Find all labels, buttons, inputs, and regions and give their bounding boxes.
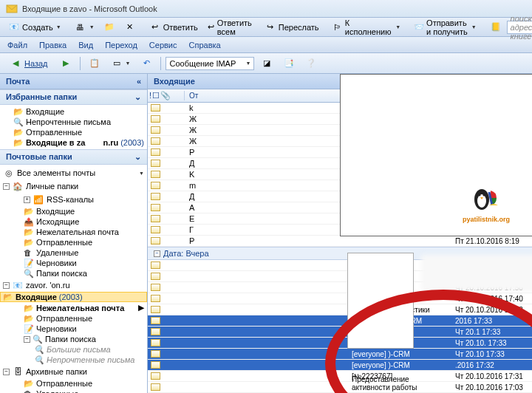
- reply-all-button[interactable]: ↩Ответить всем: [203, 16, 259, 38]
- followup-button[interactable]: 🏳К исполнению▼: [329, 16, 405, 38]
- mail-row[interactable]: [№2223767] Чт 20.10.2016 17:31: [148, 371, 532, 382]
- outlook-icon: [6, 3, 18, 15]
- fav-sent[interactable]: 📂Отправленные: [0, 127, 147, 137]
- message-type-combo[interactable]: Сообщение IMAP ▼: [166, 57, 254, 70]
- folder-tree: ◎Все элементы почты▼ −🏠Личные папки +📶RS…: [0, 165, 147, 393]
- menu-goto[interactable]: Переход: [102, 39, 140, 51]
- all-mail-items[interactable]: ◎Все элементы почты▼: [0, 166, 147, 180]
- addressbook-search[interactable]: поиск в адресной книге: [507, 21, 532, 34]
- menu-file[interactable]: Файл: [4, 39, 30, 51]
- fav-unread[interactable]: 🔍Непрочтенные письма: [0, 117, 147, 127]
- collapse-icon[interactable]: «: [137, 77, 141, 86]
- chevron-down-icon: ▼: [56, 24, 61, 30]
- window-title: Входящие в zavo - Microsoft Outlook: [22, 4, 157, 13]
- nav-toolbar: ◀ Назад ▶ 📋 ▭▼ ↶ Сообщение IMAP ▼ ◪ 📑 ❔: [0, 53, 532, 74]
- content-area: Почта « Избранные папки ⌄ 📂Входящие 🔍Неп…: [0, 74, 532, 393]
- drafts-folder[interactable]: 📝Черновики: [0, 258, 147, 268]
- menubar: Файл Правка Вид Переход Сервис Справка: [0, 37, 532, 53]
- message-list-pane: Входящие Пои !☐📎 От Тема Получено k Пт 2…: [148, 74, 532, 393]
- print-button[interactable]: 🖶▼: [71, 19, 98, 35]
- archive-folders[interactable]: −🗄Архивные папки: [0, 365, 147, 378]
- create-button[interactable]: 📧 Создать ▼: [4, 19, 65, 35]
- search-folders2[interactable]: −🔍Папки поиска: [0, 334, 147, 344]
- junk2-folder[interactable]: 📂Нежелательная почта▶: [0, 302, 147, 313]
- svg-point-4: [482, 194, 485, 196]
- inbox-selected[interactable]: 📂Входящие (2003): [0, 292, 147, 302]
- reply-all-icon: ↩: [207, 21, 215, 33]
- reply-button[interactable]: ↩Ответить: [146, 19, 202, 35]
- sent4-folder[interactable]: 📂Отправленные: [0, 378, 147, 389]
- menu-view[interactable]: Вид: [75, 39, 96, 51]
- account-node[interactable]: −📧zavor. 'on.ru: [0, 278, 147, 292]
- flag-icon: 🏳: [332, 21, 343, 33]
- mail-row[interactable]: [everyone] Об )-CRM 2016 17:33: [148, 315, 532, 327]
- mail-row[interactable]: [everyone] )-CRM Чт 20.10 17:33: [148, 349, 532, 360]
- move-icon: 📁: [103, 21, 115, 33]
- fav-inbox-account[interactable]: 📂Входящие в zan.ru (2003): [0, 137, 147, 148]
- unread-mail[interactable]: 🔍Непрочтенные письма: [0, 355, 147, 365]
- penguin-flag-icon: [468, 185, 504, 214]
- outlook-today-button[interactable]: 📋: [85, 55, 104, 72]
- reading-pane-button[interactable]: ▭▼: [107, 55, 134, 72]
- undo-button[interactable]: ↶: [137, 55, 156, 72]
- sent3-folder[interactable]: 📂Отправленные: [0, 313, 147, 324]
- col-icons[interactable]: !☐📎: [148, 91, 185, 100]
- help-icon-button[interactable]: ❔: [301, 55, 321, 72]
- col-from[interactable]: От: [185, 90, 347, 101]
- back-button[interactable]: ◀ Назад: [4, 55, 53, 72]
- mail-row[interactable]: RE: Запрос статистики Чт 20.10.2016 17:3…: [148, 304, 532, 315]
- main-toolbar: 📧 Создать ▼ 🖶▼ 📁 ✕ ↩Ответить ↩Ответить в…: [0, 18, 532, 37]
- forward-nav-button[interactable]: ▶: [56, 55, 75, 72]
- junk-folder[interactable]: 📂Нежелательная почта: [0, 227, 147, 237]
- nav-pane: Почта « Избранные папки ⌄ 📂Входящие 🔍Неп…: [0, 74, 148, 393]
- svg-point-3: [478, 194, 480, 196]
- collapse-icon[interactable]: −: [3, 183, 10, 190]
- forward-button[interactable]: ↪Переслать: [261, 19, 323, 35]
- deleted-folder[interactable]: 🗑Удаленные: [0, 247, 147, 258]
- menu-tools[interactable]: Сервис: [146, 39, 180, 51]
- forward-icon: ↪: [265, 21, 276, 33]
- delete-icon: ✕: [124, 21, 136, 33]
- favorites-header[interactable]: Избранные папки ⌄: [0, 89, 147, 105]
- chevron-icon: ⌄: [134, 92, 141, 102]
- mail-row[interactable]: Предоставление активности работы сотрудн…: [148, 382, 532, 393]
- move-button[interactable]: 📁: [100, 19, 119, 35]
- blur-block: [421, 255, 532, 292]
- titlebar: Входящие в zavo - Microsoft Outlook: [0, 0, 532, 18]
- mail-row[interactable]: [everyone] )-CRM Чт 20.10. 17:33: [148, 338, 532, 349]
- outbox-folder[interactable]: 📤Исходящие: [0, 216, 147, 227]
- inbox-folder[interactable]: 📂Входящие: [0, 206, 147, 216]
- reply-icon: ↩: [149, 21, 161, 33]
- rules-button[interactable]: 📑: [279, 55, 299, 72]
- deleted2-folder[interactable]: 🗑Удаленные: [0, 389, 147, 393]
- drafts2-folder[interactable]: 📝Черновики: [0, 324, 147, 334]
- watermark-logo: pyatilistnik.org: [463, 185, 510, 223]
- mail-row[interactable]: P Пт 21.10.2016 8:19: [148, 236, 532, 247]
- mail-row[interactable]: [everyone] )-CRM .2016 17:32: [148, 360, 532, 371]
- mail-row[interactable]: Чт 20.10.2016 17:40: [148, 293, 532, 304]
- svg-point-2: [477, 194, 486, 208]
- fav-inbox[interactable]: 📂Входящие: [0, 106, 147, 117]
- chevron-icon: ⌄: [134, 152, 141, 162]
- new-mail-icon: 📧: [8, 21, 20, 33]
- print-icon: 🖶: [75, 21, 86, 33]
- delete-button[interactable]: ✕: [120, 19, 140, 35]
- redaction-block-2: [347, 253, 414, 349]
- addressbook-button[interactable]: 📒: [486, 19, 505, 35]
- menu-help[interactable]: Справка: [186, 39, 224, 51]
- back-icon: ◀: [10, 58, 21, 69]
- mail-folders-header[interactable]: Почтовые папки ⌄: [0, 149, 147, 165]
- menu-edit[interactable]: Правка: [36, 39, 69, 51]
- large-mail[interactable]: 🔍Большие письма: [0, 344, 147, 355]
- send-receive-button[interactable]: 📨Отправить и получить▼: [410, 16, 480, 38]
- search-folders[interactable]: 🔍Папки поиска: [0, 268, 147, 278]
- categorize-button[interactable]: ◪: [257, 55, 276, 72]
- addressbook-icon: 📒: [490, 21, 502, 33]
- personal-folders[interactable]: −🏠Личные папки: [0, 180, 147, 193]
- mail-row[interactable]: [everyone] )-CRM Чт 20.1 17:33: [148, 327, 532, 338]
- sent-folder[interactable]: 📂Отправленные: [0, 237, 147, 247]
- nav-pane-header: Почта «: [0, 74, 147, 89]
- sync-icon: 📨: [414, 21, 424, 33]
- rss-folder[interactable]: +📶RSS-каналы: [0, 193, 147, 206]
